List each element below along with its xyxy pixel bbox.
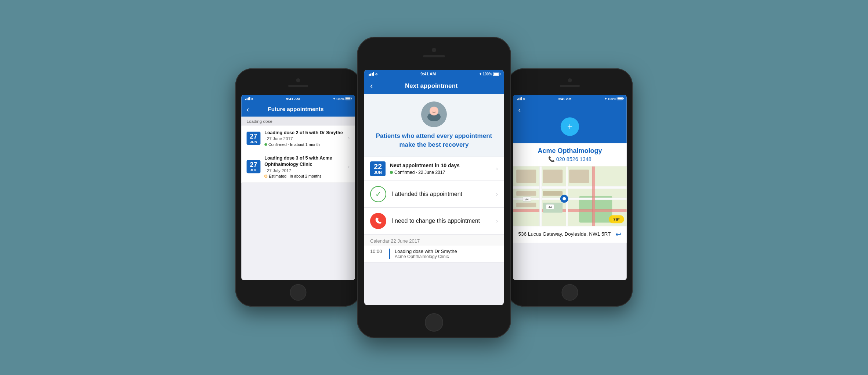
next-date-day: 22: [371, 163, 385, 170]
phone-home-center[interactable]: [425, 313, 443, 332]
date-day-1: 27: [247, 133, 260, 140]
back-button-center[interactable]: ‹: [370, 81, 373, 91]
svg-rect-10: [592, 166, 595, 226]
next-appt-title: Next appointment in 10 days: [390, 162, 492, 169]
calendar-section: Calendar 22 June 2017: [364, 235, 504, 246]
change-icon: [370, 213, 386, 229]
phone-home-left[interactable]: [290, 284, 307, 301]
phone-camera: [296, 78, 300, 82]
phone-center-screen: ⌾ 9:41 AM ✦ 100% ‹ Next appointment: [364, 70, 504, 305]
next-date-month: JUN: [371, 170, 385, 175]
next-appt-status: Confirmed · 22 June 2017: [390, 170, 492, 175]
bluetooth-icon: ✦: [333, 97, 335, 100]
clinic-phone[interactable]: 📞 020 8526 1348: [548, 156, 592, 162]
phone-right-screen: ⌾ 9:41 AM ✦ 100% ‹ +: [513, 95, 627, 280]
svg-rect-15: [543, 191, 563, 196]
change-label: I need to change this appointment: [391, 218, 491, 224]
promo-banner: Patients who attend every appointment ma…: [364, 94, 504, 157]
signal-bars: [245, 97, 250, 100]
back-button-left[interactable]: ‹: [247, 105, 249, 114]
attended-chevron: ›: [496, 191, 498, 197]
svg-rect-16: [516, 203, 536, 207]
action-change[interactable]: I need to change this appointment ›: [364, 208, 504, 235]
chevron-icon-2: ›: [348, 164, 350, 170]
svg-rect-14: [516, 191, 536, 196]
promo-text: Patients who attend every appointment ma…: [370, 132, 498, 149]
svg-point-19: [563, 197, 566, 200]
status-dot-confirmed-1: [264, 143, 267, 146]
phone-icon-svg: [374, 217, 382, 225]
signal-bars-right: [517, 97, 522, 100]
svg-text:A4: A4: [525, 198, 528, 201]
signal-bars-center: [369, 72, 374, 76]
attended-icon: ✓: [370, 186, 386, 202]
appointment-item-1[interactable]: 27 JUN Loading dose 2 of 5 with Dr Smyth…: [241, 126, 355, 151]
cal-bar-1: [389, 249, 390, 259]
map-container: A4 A4 79°: [513, 166, 627, 226]
action-attended[interactable]: ✓ I attended this appointment ›: [364, 181, 504, 208]
signal-center: ⌾: [369, 72, 377, 76]
clinic-header: ‹ +: [513, 102, 627, 143]
cal-time-1: 10:00: [370, 249, 385, 259]
address-text: 536 Lucus Gateway, Doyleside, NW1 5RT: [518, 230, 612, 237]
battery-fill: [346, 97, 351, 99]
svg-rect-8: [539, 166, 542, 226]
attended-label: I attended this appointment: [391, 191, 491, 197]
calendar-item-1: 10:00 Loading dose with Dr Smythe Acme O…: [364, 246, 504, 262]
phone-home-right[interactable]: [562, 284, 578, 301]
svg-rect-5: [513, 186, 627, 189]
status-bar-right: ⌾ 9:41 AM ✦ 100%: [513, 95, 627, 102]
battery-left: ✦ 100%: [333, 97, 351, 100]
next-appt-info: Next appointment in 10 days Confirmed · …: [390, 162, 492, 175]
signal-right: ⌾: [517, 97, 525, 100]
calendar-label: Calendar 22 June 2017: [370, 238, 420, 244]
svg-rect-13: [569, 169, 589, 183]
nav-bar-left: ‹ Future appointments: [241, 102, 355, 117]
phone-left: ⌾ 9:41 AM ✦ 100% ‹ Future appointments L…: [235, 68, 361, 307]
bluetooth-icon-right: ✦: [604, 97, 607, 100]
phone-center: ⌾ 9:41 AM ✦ 100% ‹ Next appointment: [357, 37, 511, 338]
appointment-item-2[interactable]: 27 JUL Loading dose 3 of 5 with Acme Oph…: [241, 151, 355, 183]
next-date-badge: 22 JUN: [370, 161, 386, 176]
next-appt-chevron: ›: [496, 165, 498, 172]
bluetooth-icon-center: ✦: [479, 72, 482, 76]
appt-title-1: Loading dose 2 of 5 with Dr Smythe: [264, 130, 344, 136]
battery-icon-left: [345, 97, 351, 100]
svg-rect-11: [516, 169, 536, 183]
nav-title-center: Next appointment: [376, 82, 487, 90]
change-chevron: ›: [496, 218, 498, 224]
svg-text:79°: 79°: [613, 217, 620, 222]
next-status-dot: [390, 171, 393, 174]
appt-subtitle-2: · 27 July 2017: [264, 168, 344, 173]
wifi-icon-center: ⌾: [375, 72, 377, 76]
appt-status-1: Confirmed · In about 1 month: [264, 142, 344, 147]
back-button-right[interactable]: ‹: [518, 106, 521, 114]
battery-icon-center: [493, 72, 499, 76]
plus-icon: +: [567, 121, 573, 132]
clinic-icon: +: [561, 117, 579, 136]
wifi-icon-right: ⌾: [523, 97, 525, 100]
status-time-left: 9:41 AM: [286, 97, 300, 101]
status-time-right: 9:41 AM: [558, 97, 572, 101]
wifi-icon: ⌾: [251, 97, 253, 100]
date-day-2: 27: [247, 161, 260, 168]
phones-container: ⌾ 9:41 AM ✦ 100% ‹ Future appointments L…: [228, 37, 640, 338]
svg-rect-7: [513, 209, 627, 212]
phone-right: ⌾ 9:41 AM ✦ 100% ‹ +: [507, 68, 633, 307]
phone-camera-center: [432, 48, 436, 52]
phone-left-screen: ⌾ 9:41 AM ✦ 100% ‹ Future appointments L…: [241, 95, 355, 280]
date-badge-1: 27 JUN: [247, 132, 261, 145]
battery-fill-right: [618, 97, 622, 99]
svg-point-2: [430, 107, 438, 115]
address-bar: 536 Lucus Gateway, Doyleside, NW1 5RT ↩: [513, 226, 627, 243]
directions-icon[interactable]: ↩: [615, 230, 621, 239]
next-appt-card[interactable]: 22 JUN Next appointment in 10 days Confi…: [364, 157, 504, 181]
battery-icon-right: [617, 97, 623, 100]
phone-camera-right: [568, 78, 572, 82]
clinic-info-section: Acme Opthalmology 📞 020 8526 1348: [513, 143, 627, 166]
appt-subtitle-1: · 27 June 2017: [264, 136, 344, 142]
doctor-avatar: [421, 101, 447, 127]
appt-info-1: Loading dose 2 of 5 with Dr Smythe · 27 …: [264, 130, 344, 147]
phone-speaker-center: [423, 55, 445, 57]
appt-title-2: Loading dose 3 of 5 with Acme Ophthalmol…: [264, 155, 344, 167]
